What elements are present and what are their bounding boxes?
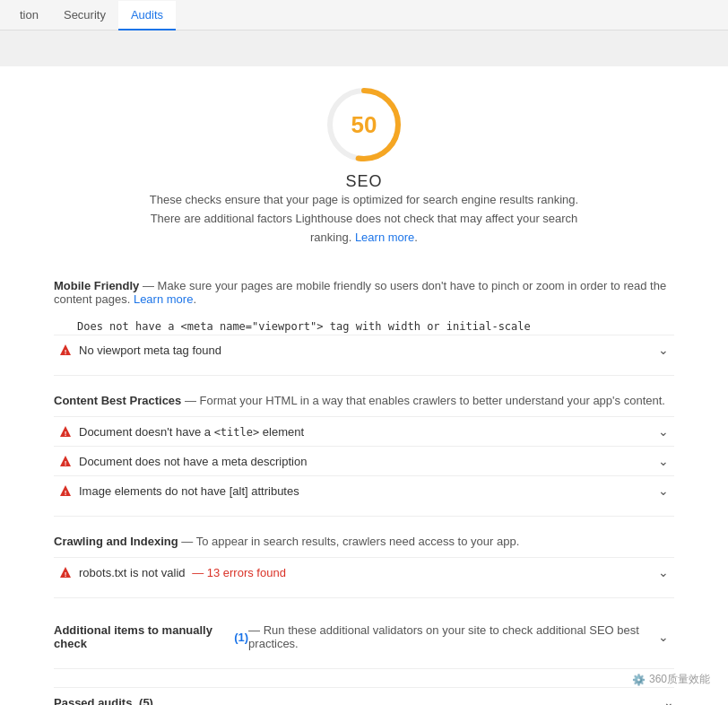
tab-audits[interactable]: Audits — [118, 1, 176, 30]
chevron-down-icon: ⌄ — [658, 483, 669, 498]
section-crawling-desc: — To appear in search results, crawlers … — [181, 535, 519, 548]
chevron-down-icon: ⌄ — [658, 454, 669, 468]
additional-title: Additional items to manually check — [54, 623, 230, 650]
additional-count: (1) — [234, 631, 248, 644]
passed-audits-header[interactable]: Passed audits (5) ⌄ — [54, 687, 674, 705]
error-badge: — 13 errors found — [192, 566, 286, 579]
passed-count: (5) — [139, 696, 153, 705]
section-additional: Additional items to manually check (1) —… — [54, 616, 674, 669]
score-value: 50 — [351, 111, 377, 139]
additional-desc: — Run these additional validators on you… — [248, 623, 651, 650]
score-section: 50 SEO These checks ensure that your pag… — [54, 84, 674, 265]
learn-more-link[interactable]: Learn more — [355, 231, 414, 244]
svg-text:!: ! — [65, 570, 67, 579]
audit-viewport-text: No viewport meta tag found — [79, 344, 651, 357]
section-crawling-header: Crawling and Indexing — To appear in sea… — [54, 535, 674, 548]
score-label: SEO — [345, 172, 382, 191]
section-content-best-practices: Content Best Practices — Format your HTM… — [54, 394, 674, 517]
warning-icon-alt: ! — [59, 484, 72, 497]
passed-title: Passed audits — [54, 696, 132, 705]
chevron-down-icon: ⌄ — [658, 424, 669, 439]
svg-text:!: ! — [65, 430, 67, 438]
audit-item-alt[interactable]: ! Image elements do not have [alt] attri… — [54, 475, 674, 505]
section-mobile-friendly: Mobile Friendly — Make sure your pages a… — [54, 279, 674, 376]
audit-item-title[interactable]: ! Document doesn't have a <title> elemen… — [54, 416, 674, 446]
section-cbp-title: Content Best Practices — [54, 394, 181, 407]
section-crawling: Crawling and Indexing — To appear in sea… — [54, 535, 674, 598]
chevron-down-icon: ⌄ — [663, 695, 674, 705]
tab-security[interactable]: Security — [51, 1, 118, 30]
tab-bar: tion Security Audits — [0, 0, 728, 30]
section-cbp-desc: — Format your HTML in a way that enables… — [185, 394, 665, 407]
audit-meta-desc-text: Document does not have a meta descriptio… — [79, 455, 651, 468]
section-mobile-friendly-title: Mobile Friendly — [54, 279, 139, 292]
mobile-friendly-code: Does not have a <meta name="viewport"> t… — [54, 315, 674, 335]
chevron-down-icon: ⌄ — [658, 343, 669, 357]
audit-item-robots[interactable]: ! robots.txt is not valid — 13 errors fo… — [54, 557, 674, 587]
audit-robots-text: robots.txt is not valid — 13 errors foun… — [79, 566, 651, 579]
svg-text:!: ! — [65, 489, 67, 497]
warning-icon-robots: ! — [59, 566, 72, 579]
score-description: These checks ensure that your page is op… — [140, 191, 588, 247]
section-mobile-friendly-header: Mobile Friendly — Make sure your pages a… — [54, 279, 674, 306]
section-crawling-title: Crawling and Indexing — [54, 535, 178, 548]
chevron-down-icon: ⌄ — [658, 630, 669, 644]
section-passed: Passed audits (5) ⌄ — [54, 687, 674, 705]
audit-title-text: Document doesn't have a <title> element — [79, 425, 651, 439]
main-content: 50 SEO These checks ensure that your pag… — [0, 66, 728, 705]
section-mobile-friendly-desc: — Make sure your pages are mobile friend… — [54, 279, 666, 306]
toolbar-panel — [0, 30, 728, 66]
warning-icon-title: ! — [59, 425, 72, 438]
watermark: ⚙️ 360质量效能 — [632, 672, 710, 687]
audit-item-viewport[interactable]: ! No viewport meta tag found ⌄ — [54, 335, 674, 364]
section-cbp-header: Content Best Practices — Format your HTM… — [54, 394, 674, 407]
warning-icon: ! — [59, 344, 72, 356]
tab-tion[interactable]: tion — [7, 1, 51, 30]
additional-items-header[interactable]: Additional items to manually check (1) —… — [54, 616, 674, 657]
watermark-text: 360质量效能 — [649, 672, 710, 687]
watermark-icon: ⚙️ — [632, 674, 646, 686]
mobile-friendly-learn-more[interactable]: Learn more — [134, 292, 193, 306]
svg-text:!: ! — [65, 348, 67, 356]
svg-text:!: ! — [65, 459, 67, 467]
warning-icon-meta: ! — [59, 455, 72, 467]
audit-alt-text: Image elements do not have [alt] attribu… — [79, 484, 651, 498]
chevron-down-icon: ⌄ — [658, 565, 669, 579]
audit-item-meta-desc[interactable]: ! Document does not have a meta descript… — [54, 446, 674, 475]
score-circle: 50 — [324, 84, 404, 165]
